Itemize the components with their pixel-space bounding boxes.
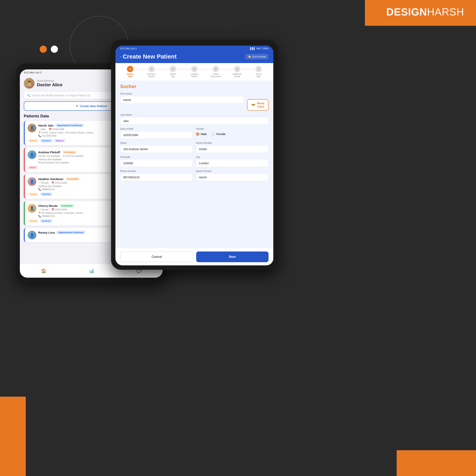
- postcode-input[interactable]: [120, 159, 193, 167]
- nav-home[interactable]: 🏠: [41, 268, 46, 273]
- last-name-input[interactable]: [120, 117, 269, 125]
- phone-label: Phone Number: [120, 170, 193, 172]
- bg-orange-bottom-right: [397, 450, 476, 476]
- search-placeholder: Search By Mobile Number or Unique Patien…: [32, 94, 90, 97]
- gender-male-option[interactable]: Male: [196, 132, 207, 136]
- step-3: 3 PatientSign: [162, 66, 184, 78]
- step-6: 6 AdditionalDetails: [226, 66, 248, 78]
- tag-diabetes-3: Diabetes: [40, 192, 52, 196]
- patient-avatar-4: 👤: [28, 204, 36, 213]
- card-icon: 💳: [252, 103, 255, 107]
- form-group-last-name: Last Name: [120, 113, 269, 125]
- step-5: 5 DoctorDocuments: [205, 66, 226, 78]
- radio-male-circle: [196, 132, 200, 136]
- form-group-phone: Phone Number: [120, 170, 193, 181]
- page-title: Create New Patient: [123, 53, 177, 60]
- step-7: 7 DoctorSign: [248, 66, 269, 78]
- nav-chart[interactable]: 📊: [89, 268, 94, 273]
- tag-ulcers: Ulcers: [28, 166, 38, 169]
- patient-avatar-3: 👤: [28, 177, 36, 186]
- first-name-label: First Name: [120, 92, 244, 95]
- form-section-title: Socher: [120, 84, 269, 89]
- step-label-5: DoctorDocuments: [211, 73, 221, 78]
- right-time: 9:41 Mon Jun 3: [120, 47, 137, 50]
- form-row-street-house: Street House Number: [120, 142, 269, 153]
- radio-male-dot: [197, 133, 199, 135]
- tag-diabetes-4: Diabetes: [40, 219, 52, 223]
- step-1: 1 PatientData: [119, 66, 141, 78]
- patient-avatar-5: 👤: [28, 231, 36, 239]
- doctor-name: Doctor Alice: [37, 82, 63, 87]
- tag-migrane: Migrane: [54, 139, 66, 142]
- radio-female-circle: [211, 132, 215, 136]
- plus-icon: +: [76, 104, 78, 108]
- brand-label: DESIGNHARSH: [386, 6, 464, 18]
- first-name-input[interactable]: [120, 96, 244, 104]
- step-circle-7: 7: [255, 66, 262, 72]
- tag-thyroid-4: Thyroid: [28, 219, 39, 223]
- patient-badge-2: Incomplete: [62, 150, 77, 154]
- step-label-1: PatientData: [127, 73, 133, 78]
- home-btn-label: Go to home: [252, 55, 266, 58]
- brand-bold: DESIGN: [386, 6, 427, 18]
- patient-badge-3: Incomplete: [65, 177, 81, 181]
- phone-input[interactable]: [120, 173, 193, 181]
- tablet-right-screen: 9:41 Mon Jun 3 ▌▌▌ WiFi 100% ‹ Create Ne…: [116, 46, 273, 265]
- gender-label: Gender: [196, 128, 269, 130]
- tablet-right: 9:41 Mon Jun 3 ▌▌▌ WiFi 100% ‹ Create Ne…: [111, 40, 278, 270]
- form-group-read-card: 💳 Read Card: [247, 92, 269, 111]
- name-practice-input[interactable]: [196, 173, 269, 181]
- street-label: Street: [120, 142, 193, 144]
- step-label-7: DoctorSign: [256, 73, 261, 78]
- doctor-info: 👨‍⚕️ Good Morning! Doctor Alice: [24, 78, 63, 89]
- dob-input[interactable]: [120, 131, 193, 139]
- form-group-street: Street: [120, 142, 193, 153]
- cancel-button[interactable]: Cancel: [120, 252, 193, 262]
- right-wifi-icon: WiFi: [256, 47, 261, 50]
- back-button[interactable]: ‹ Create New Patient: [120, 53, 176, 60]
- city-label: City: [196, 156, 269, 158]
- home-icon-right: 🏠: [248, 55, 251, 58]
- home-icon: 🏠: [41, 268, 46, 273]
- dob-label: Date of Birth: [120, 128, 193, 130]
- tag-diabetes-1: Diabetes: [40, 139, 52, 142]
- form-group-postcode: Postcode: [120, 156, 193, 167]
- gender-female-label: Female: [216, 133, 225, 136]
- form-group-name-practice: Name Practice: [196, 170, 269, 181]
- right-header: 9:41 Mon Jun 3 ▌▌▌ WiFi 100% ‹ Create Ne…: [116, 46, 273, 63]
- dot-orange: [40, 46, 47, 53]
- city-input[interactable]: [196, 159, 269, 167]
- patient-badge-1: Appointment Confirmed: [55, 124, 84, 127]
- form-group-city: City: [196, 156, 269, 167]
- right-status-bar: 9:41 Mon Jun 3 ▌▌▌ WiFi 100%: [120, 46, 269, 51]
- next-button[interactable]: Next: [196, 252, 269, 262]
- right-title-row: ‹ Create New Patient 🏠 Go to home: [120, 51, 269, 63]
- right-status-icons: ▌▌▌ WiFi 100%: [250, 47, 269, 50]
- form-row-name: First Name 💳 Read Card: [120, 92, 269, 111]
- form-footer: Cancel Next: [116, 248, 273, 265]
- patient-badge-4: Completed: [59, 204, 75, 207]
- bg-grid: [119, 0, 238, 26]
- last-name-label: Last Name: [120, 113, 269, 116]
- gender-row: Male Female: [196, 132, 269, 136]
- patient-badge-5: Appointment Confirmed: [56, 231, 85, 234]
- step-label-2: InsuranceDetails: [147, 73, 156, 78]
- form-row-last-name: Last Name: [120, 113, 269, 125]
- patient-avatar-2: 👤: [28, 150, 36, 159]
- doctor-avatar: 👨‍⚕️: [24, 78, 34, 89]
- house-number-input[interactable]: [196, 145, 269, 153]
- bg-orange-bottom-left: [0, 397, 26, 476]
- patient-avatar-1: 👤: [28, 124, 36, 132]
- form-group-dob: Date of Birth: [120, 128, 193, 139]
- tag-thyroid-3: Thyroid: [28, 192, 39, 196]
- street-input[interactable]: [120, 145, 193, 153]
- form-group-first-name: First Name: [120, 92, 244, 111]
- step-label-3: PatientSign: [170, 73, 176, 78]
- patient-name-3: Heather Gardener: [38, 177, 64, 181]
- create-button-label: Create New Patient: [80, 104, 107, 108]
- go-to-home-button[interactable]: 🏠 Go to home: [245, 54, 269, 59]
- form-row-dob-gender: Date of Birth Gender Male: [120, 128, 269, 139]
- gender-female-option[interactable]: Female: [211, 132, 225, 136]
- doctor-text: Good Morning! Doctor Alice: [37, 79, 63, 87]
- read-card-button[interactable]: 💳 Read Card: [247, 99, 269, 111]
